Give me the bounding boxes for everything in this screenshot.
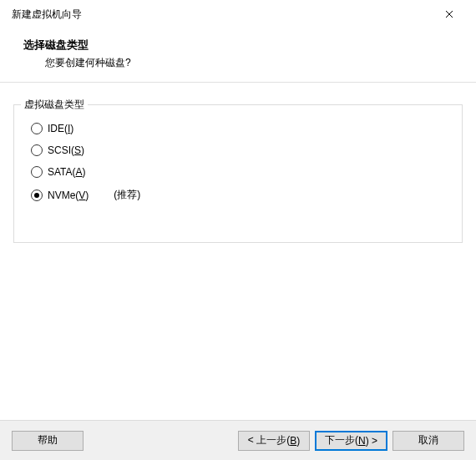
radio-option-sata[interactable]: SATA(A) <box>31 166 450 178</box>
radio-icon <box>31 166 43 178</box>
recommended-label: (推荐) <box>114 188 140 202</box>
content-area: 虚拟磁盘类型 IDE(I) SCSI(S) SATA(A) NVMe(V) (推… <box>0 83 476 251</box>
wizard-footer: 帮助 < 上一步(B) 下一步(N) > 取消 <box>0 420 476 460</box>
cancel-button[interactable]: 取消 <box>392 431 464 451</box>
radio-label: SCSI(S) <box>48 144 84 156</box>
close-button[interactable] <box>433 3 466 26</box>
window-title: 新建虚拟机向导 <box>12 8 82 22</box>
titlebar: 新建虚拟机向导 <box>0 0 476 28</box>
page-subtitle: 您要创建何种磁盘? <box>23 56 453 70</box>
help-button[interactable]: 帮助 <box>12 431 84 451</box>
radio-icon <box>31 190 43 201</box>
close-icon <box>445 10 453 18</box>
radio-option-ide[interactable]: IDE(I) <box>31 123 450 134</box>
radio-label: IDE(I) <box>48 123 73 134</box>
next-button[interactable]: 下一步(N) > <box>315 431 387 451</box>
disk-type-group: 虚拟磁盘类型 IDE(I) SCSI(S) SATA(A) NVMe(V) (推… <box>13 104 463 243</box>
radio-icon <box>31 144 43 156</box>
page-title: 选择磁盘类型 <box>23 38 453 53</box>
radio-option-nvme[interactable]: NVMe(V) (推荐) <box>31 188 450 202</box>
group-legend: 虚拟磁盘类型 <box>21 98 88 112</box>
back-button[interactable]: < 上一步(B) <box>238 431 310 451</box>
radio-label: SATA(A) <box>48 166 86 178</box>
wizard-header: 选择磁盘类型 您要创建何种磁盘? <box>0 28 476 82</box>
radio-label: NVMe(V) <box>48 190 89 201</box>
radio-option-scsi[interactable]: SCSI(S) <box>31 144 450 156</box>
radio-icon <box>31 123 43 134</box>
